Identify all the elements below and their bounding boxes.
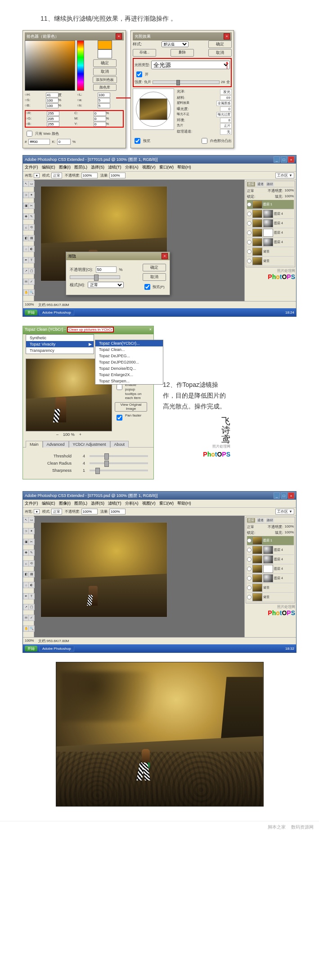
- field-k[interactable]: [57, 139, 71, 145]
- cancel-button[interactable]: 取消: [93, 68, 117, 75]
- enable-popup-checkbox[interactable]: [117, 384, 122, 390]
- intensity-slider[interactable]: [153, 80, 220, 84]
- close-icon[interactable]: ×: [116, 33, 122, 40]
- tool-history[interactable]: ⟲: [28, 560, 35, 567]
- menu-item[interactable]: Topaz Clean(YCbCr)...: [95, 340, 163, 346]
- maximize-icon[interactable]: □: [281, 156, 287, 163]
- menu-view[interactable]: 视图(V): [142, 501, 156, 506]
- tool-brush[interactable]: ✎: [28, 550, 35, 556]
- ok-button[interactable]: 确定: [208, 40, 232, 48]
- zoom-out-icon[interactable]: –: [56, 432, 58, 437]
- field-b2[interactable]: [98, 103, 110, 108]
- tool-type[interactable]: T: [28, 593, 35, 599]
- menu-edit[interactable]: 编辑(E): [42, 164, 55, 170]
- layer-opacity-field[interactable]: 100%: [285, 524, 294, 529]
- tool-wand[interactable]: ✦: [28, 528, 35, 534]
- eye-icon[interactable]: [247, 585, 252, 590]
- lighting-preview[interactable]: [133, 89, 174, 130]
- tab-ycbcr[interactable]: YCbCr Adjustment: [69, 441, 110, 448]
- status-zoom[interactable]: 100%: [25, 302, 34, 307]
- menu-item[interactable]: Topaz Denoise/EQ...: [95, 365, 163, 372]
- hex-field[interactable]: [28, 139, 50, 145]
- tool-gradient[interactable]: ▤: [28, 571, 35, 577]
- mode-dropdown[interactable]: 正常: [51, 509, 62, 514]
- sharpness-slider[interactable]: [90, 470, 148, 471]
- minimize-icon[interactable]: _: [274, 492, 280, 499]
- layer-row[interactable]: 背景: [247, 247, 294, 257]
- ps-canvas[interactable]: [40, 522, 167, 617]
- tool-brush[interactable]: ✎: [28, 213, 35, 220]
- tool-marquee[interactable]: ▭: [28, 181, 35, 187]
- eye-icon[interactable]: [247, 240, 252, 244]
- fill-field[interactable]: 100%: [285, 530, 294, 535]
- menu-edit[interactable]: 编辑(E): [42, 501, 55, 506]
- tool-zoom[interactable]: 🔍: [28, 625, 35, 632]
- taskbar-item[interactable]: Adobe Photoshop: [39, 310, 74, 315]
- field-a[interactable]: [98, 98, 110, 103]
- hue-slider[interactable]: [77, 40, 84, 91]
- layer-row[interactable]: 图层 4: [247, 574, 294, 583]
- blend-mode-dropdown[interactable]: 正常: [247, 188, 266, 193]
- layer-row[interactable]: 图层 4: [247, 545, 294, 555]
- menu-item[interactable]: Transparency: [26, 347, 94, 354]
- workspace-dropdown[interactable]: 工作区 ▼: [275, 509, 294, 514]
- start-button[interactable]: 开始: [25, 310, 37, 315]
- tool-shape[interactable]: ▢: [28, 268, 35, 274]
- tab-layers[interactable]: 图层: [247, 182, 255, 186]
- layer-row[interactable]: 图层 4: [247, 555, 294, 564]
- ok-button[interactable]: 确定: [93, 59, 117, 67]
- brush-dropdown[interactable]: ●: [34, 509, 40, 514]
- field-c[interactable]: [94, 111, 106, 116]
- tab-advanced[interactable]: Advanced: [43, 441, 69, 448]
- blend-mode-dropdown[interactable]: 正常: [247, 524, 266, 529]
- menu-layer[interactable]: 图层(L): [74, 164, 87, 170]
- close-icon[interactable]: ×: [162, 253, 168, 259]
- color-lib-button[interactable]: 颜色库: [93, 84, 117, 91]
- workspace-dropdown[interactable]: 工作区 ▼: [275, 173, 294, 178]
- layer-row[interactable]: 图层 4: [247, 209, 294, 219]
- on-checkbox[interactable]: [136, 71, 142, 77]
- style-select[interactable]: 默认值: [162, 41, 189, 47]
- menu-view[interactable]: 视图(V): [142, 164, 156, 170]
- tool-shape[interactable]: ▢: [28, 604, 35, 610]
- fade-opacity-slider[interactable]: [70, 275, 120, 279]
- layer-row[interactable]: 背景: [247, 583, 294, 593]
- eye-icon[interactable]: [247, 249, 252, 254]
- eye-icon[interactable]: [247, 557, 252, 562]
- web-only-checkbox[interactable]: [27, 131, 32, 137]
- menu-filter[interactable]: 滤镜(T): [108, 501, 121, 506]
- tab-paths[interactable]: 路径: [266, 518, 274, 523]
- tool-slice[interactable]: ✂: [28, 203, 35, 209]
- tool-zoom[interactable]: 🔍: [28, 289, 35, 296]
- menu-layer[interactable]: 图层(L): [74, 501, 87, 506]
- menu-analysis[interactable]: 分析(A): [125, 501, 139, 506]
- tool-eyedrop[interactable]: ✓: [28, 279, 35, 285]
- white-high-checkbox[interactable]: [202, 138, 207, 144]
- layer-row[interactable]: 图层 4: [247, 238, 294, 247]
- layer-row[interactable]: 图层 4: [247, 228, 294, 238]
- field-y[interactable]: [94, 122, 106, 127]
- eye-icon[interactable]: [247, 548, 252, 552]
- menu-item[interactable]: Topaz Vivacity▶: [26, 341, 94, 347]
- tool-marquee[interactable]: ▭: [28, 517, 35, 523]
- eye-icon[interactable]: [247, 259, 252, 263]
- field-h[interactable]: [46, 93, 58, 98]
- fade-opacity-field[interactable]: [96, 266, 117, 273]
- flow-field[interactable]: [109, 173, 126, 178]
- layer-row[interactable]: 图层 4: [247, 219, 294, 228]
- add-swatch-button[interactable]: 添加到色板: [93, 76, 117, 83]
- close-icon[interactable]: ×: [288, 156, 294, 163]
- opacity-field[interactable]: [81, 173, 98, 178]
- field-bch[interactable]: [47, 122, 59, 127]
- tool-gradient[interactable]: ▤: [28, 235, 35, 241]
- menu-file[interactable]: 文件(F): [25, 164, 38, 170]
- close-icon[interactable]: ×: [149, 327, 152, 333]
- menu-select[interactable]: 选择(S): [91, 164, 104, 170]
- eye-icon[interactable]: [247, 221, 252, 226]
- layer-opacity-field[interactable]: 100%: [285, 188, 294, 193]
- fade-ok-button[interactable]: 确定: [143, 264, 166, 271]
- menu-item[interactable]: Topaz DeJPEG2000...: [95, 359, 163, 365]
- view-original-button[interactable]: View Original Image: [115, 402, 147, 412]
- threshold-slider[interactable]: [90, 455, 148, 457]
- layer-row[interactable]: 背景: [247, 257, 294, 266]
